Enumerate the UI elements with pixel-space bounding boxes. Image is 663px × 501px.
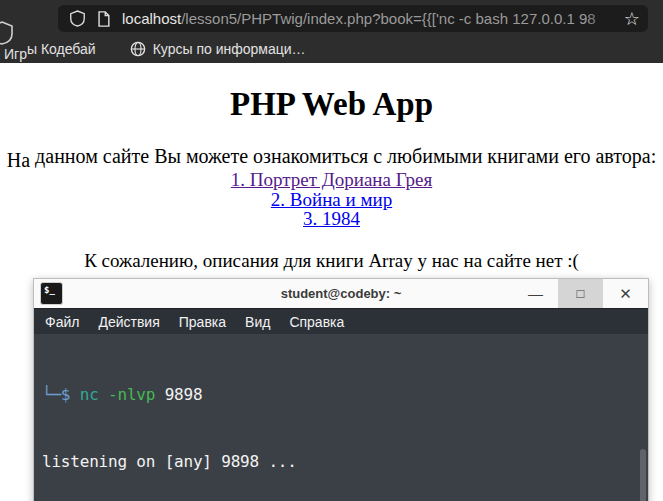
url-path: /lesson5/PHPTwig/index.php?book={{['nc -… xyxy=(181,10,595,27)
bookmark-item-kodebay[interactable]: Игры Кодебай xyxy=(4,41,96,57)
shell-prompt: └─$ xyxy=(42,385,70,404)
close-button[interactable]: ✕ xyxy=(603,279,648,308)
intro-text: На данном сайте Вы можете ознакомиться с… xyxy=(0,145,663,168)
window-controls: — □ ✕ xyxy=(513,279,648,308)
book-link-3[interactable]: 3. 1984 xyxy=(303,208,360,229)
command-args: -nlvp xyxy=(108,385,155,404)
bookmark-label: Курсы по информаци… xyxy=(153,41,306,57)
url-fade xyxy=(586,10,620,27)
book-links: 1. Портрет Дориана Грея 2. Война и мир 3… xyxy=(0,170,663,229)
book-link-1[interactable]: 1. Портрет Дориана Грея xyxy=(231,169,432,190)
address-bar[interactable]: localhost/lesson5/PHPTwig/index.php?book… xyxy=(58,5,648,32)
terminal-scrollbar[interactable] xyxy=(640,449,646,501)
command-port: 9898 xyxy=(155,385,202,404)
menu-edit[interactable]: Правка xyxy=(179,314,226,330)
sorry-message: К сожалению, описания для книги Array у … xyxy=(0,250,663,272)
terminal-prompt-line: └─$ nc -nlvp 9898 xyxy=(42,384,648,406)
page-title: PHP Web App xyxy=(0,86,663,123)
url-host: localhost xyxy=(122,10,181,27)
terminal-menubar: Файл Действия Правка Вид Справка xyxy=(34,309,648,334)
menu-help[interactable]: Справка xyxy=(289,314,344,330)
url-text[interactable]: localhost/lesson5/PHPTwig/index.php?book… xyxy=(122,10,620,27)
terminal-window: $_ student@codeby: ~ — □ ✕ Файл Действия… xyxy=(33,278,649,501)
shield-icon[interactable] xyxy=(70,10,85,27)
globe-icon xyxy=(130,41,146,57)
terminal-line: listening on [any] 9898 ... xyxy=(42,451,648,473)
bookmark-label: Игры Кодебай xyxy=(4,41,96,57)
terminal-titlebar[interactable]: $_ student@codeby: ~ — □ ✕ xyxy=(34,279,648,309)
address-bar-icons xyxy=(70,10,110,27)
browser-toolbar: localhost/lesson5/PHPTwig/index.php?book… xyxy=(0,0,663,34)
book-link-2[interactable]: 2. Война и мир xyxy=(271,189,392,210)
menu-actions[interactable]: Действия xyxy=(98,314,159,330)
page-icon[interactable] xyxy=(97,11,110,27)
bookmarks-bar: Игры Кодебай Курсы по информаци… xyxy=(0,34,663,63)
terminal-output[interactable]: └─$ nc -nlvp 9898 listening on [any] 989… xyxy=(34,334,648,501)
bookmark-item-kursy[interactable]: Курсы по информаци… xyxy=(130,41,306,57)
maximize-button[interactable]: □ xyxy=(558,279,603,308)
menu-view[interactable]: Вид xyxy=(245,314,270,330)
menu-file[interactable]: Файл xyxy=(45,314,79,330)
command-nc: nc xyxy=(70,385,108,404)
browser-chrome: localhost/lesson5/PHPTwig/index.php?book… xyxy=(0,0,663,63)
minimize-button[interactable]: — xyxy=(513,279,558,308)
bookmark-star-icon[interactable]: ☆ xyxy=(624,10,640,28)
